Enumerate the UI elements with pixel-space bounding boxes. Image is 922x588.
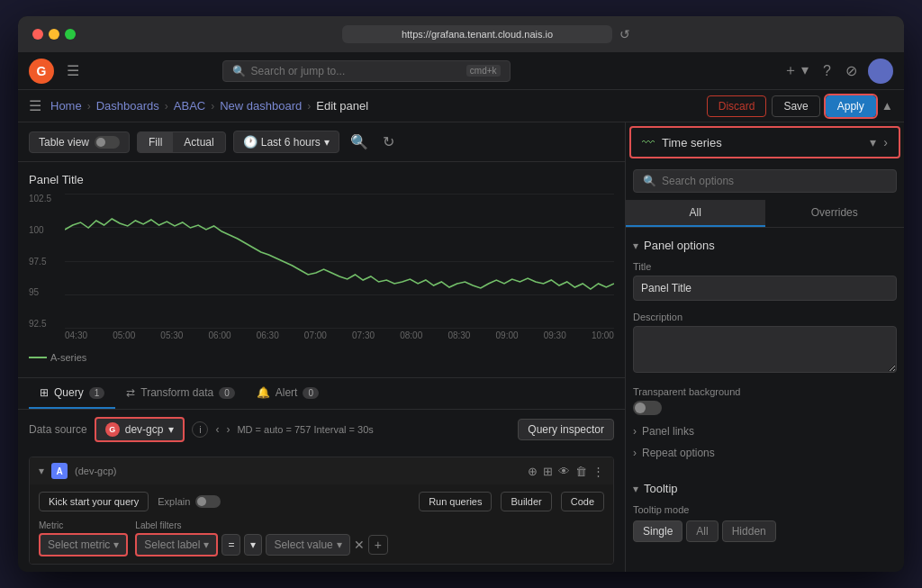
datasource-info-button[interactable]: i [192,421,208,438]
value-placeholder: Select value [274,538,332,551]
eq-operator[interactable]: = [221,534,240,556]
app-header: G ☰ 🔍 cmd+k ＋ ▾ ? ⊘ [18,52,904,90]
hamburger-icon[interactable]: ☰ [63,59,83,83]
header-actions: ＋ ▾ ? ⊘ [780,58,893,84]
query-section: Data source G dev-gcp ▾ i ‹ › MD = auto … [18,410,625,457]
x-label-1: 05:00 [113,330,135,347]
datasource-selector[interactable]: G dev-gcp ▾ [95,417,185,442]
tooltip-mode-field: Tooltip mode Single All Hidden [633,499,897,547]
reload-button[interactable]: ↺ [619,27,630,41]
search-input[interactable] [251,65,461,77]
right-panel: 〰 Time series ▾ › 🔍 All Overrides [625,122,904,572]
copy-query-button[interactable]: ⊕ [528,465,538,478]
value-select[interactable]: Select value ▾ [266,534,349,556]
panel-options-header[interactable]: ▾ Panel options [633,235,897,256]
metric-select[interactable]: Select metric ▾ [39,533,128,556]
search-options-icon: 🔍 [643,175,656,187]
maximize-button[interactable] [65,29,76,40]
add-filter-button[interactable]: + [368,535,388,555]
options-search-field[interactable]: 🔍 [633,169,897,193]
builder-button[interactable]: Builder [501,492,551,511]
run-queries-button[interactable]: Run queries [419,492,492,511]
query-letter-badge: A [51,463,68,479]
panel-type-chevron[interactable]: ▾ [870,135,876,149]
tab-query[interactable]: ⊞ Query 1 [29,378,115,409]
transparent-bg-toggle[interactable] [633,401,662,415]
panel-type-arrow[interactable]: › [883,135,888,149]
collapse-button[interactable]: ▲ [881,99,893,113]
tooltip-all-button[interactable]: All [686,520,718,542]
kickstart-button[interactable]: Kick start your query [39,492,149,511]
repeat-options-row[interactable]: › Repeat options [633,442,897,464]
panel-type-header[interactable]: 〰 Time series ▾ › [629,126,900,158]
collapse-query-chevron[interactable]: ▾ [39,465,44,477]
add-button[interactable]: ＋ ▾ [780,58,812,84]
keyboard-shortcut: cmd+k [466,65,501,77]
avatar[interactable] [868,59,893,84]
panel-links-row[interactable]: › Panel links [633,421,897,442]
search-options-input[interactable] [662,175,887,187]
tooltip-section-header[interactable]: ▾ Tooltip [633,478,897,499]
traffic-lights [32,29,76,40]
tab-overrides[interactable]: Overrides [765,200,905,227]
tab-all[interactable]: All [626,200,765,227]
table-view-switch[interactable] [95,136,120,149]
y-label-3: 95 [29,287,61,297]
more-query-button[interactable]: ⋮ [592,465,604,478]
table-view-label: Table view [39,136,89,149]
table-view-toggle[interactable]: Table view [29,131,130,153]
notifications-button[interactable]: ⊘ [842,59,861,83]
actual-button[interactable]: Actual [173,132,224,152]
close-button[interactable] [32,29,43,40]
label-select[interactable]: Select label ▾ [135,533,218,556]
breadcrumb-dashboards[interactable]: Dashboards [96,99,159,113]
add-expression-button[interactable]: ⊞ [543,465,553,478]
url-input[interactable]: https://grafana.tenant.cloud.nais.io [342,25,612,43]
query-tabs: ⊞ Query 1 ⇄ Transform data 0 🔔 Alert 0 [18,377,625,410]
tooltip-mode-buttons: Single All Hidden [633,520,897,542]
code-button[interactable]: Code [561,492,604,511]
minimize-button[interactable] [49,29,59,40]
x-label-2: 05:30 [160,330,183,347]
fill-button[interactable]: Fill [138,132,173,152]
x-label-5: 07:00 [304,330,327,347]
clock-icon: 🕐 [243,135,258,149]
breadcrumb-dashboard[interactable]: New dashboard [220,99,302,113]
query-inspector-button[interactable]: Query inspector [518,419,614,440]
refresh-button[interactable]: ↻ [379,130,398,154]
tab-alert[interactable]: 🔔 Alert 0 [246,378,330,409]
breadcrumb-home[interactable]: Home [50,99,82,113]
explain-toggle[interactable] [195,495,221,508]
tooltip-section-title: Tooltip [644,482,678,495]
metric-group: Metric Select metric ▾ [39,520,128,556]
zoom-out-button[interactable]: 🔍 [347,130,372,154]
help-button[interactable]: ? [819,59,835,83]
transparent-bg-field: Transparent background [633,381,897,421]
toggle-query-button[interactable]: 👁 [558,465,570,478]
tab-transform[interactable]: ⇄ Transform data 0 [115,378,245,409]
panel-links-label: Panel links [642,425,694,438]
y-label-0: 102.5 [29,194,61,204]
discard-button[interactable]: Discard [707,95,767,117]
save-button[interactable]: Save [772,95,819,117]
legend-label: A-series [50,352,86,363]
breadcrumb-abac[interactable]: ABAC [174,99,205,113]
remove-filter-button[interactable]: ✕ [354,538,365,552]
transform-count-badge: 0 [219,387,235,399]
title-field-label: Title [633,261,897,272]
x-label-11: 10:00 [592,330,614,347]
time-range-picker[interactable]: 🕐 Last 6 hours ▾ [233,131,339,153]
metric-label: Metric [39,520,128,530]
x-label-10: 09:30 [544,330,566,347]
angle-bracket-left: ‹ [215,423,219,436]
tooltip-single-button[interactable]: Single [633,520,682,542]
apply-button[interactable]: Apply [826,95,876,117]
breadcrumb-actions: Discard Save Apply ▲ [707,95,893,117]
delete-query-button[interactable]: 🗑 [575,465,587,478]
tooltip-hidden-button[interactable]: Hidden [722,520,776,542]
title-input[interactable] [633,276,897,301]
global-search[interactable]: 🔍 cmd+k [222,60,511,82]
y-axis: 102.5 100 97.5 95 92.5 [29,194,61,329]
sidebar-toggle[interactable]: ☰ [29,97,41,114]
description-input[interactable] [633,326,897,373]
